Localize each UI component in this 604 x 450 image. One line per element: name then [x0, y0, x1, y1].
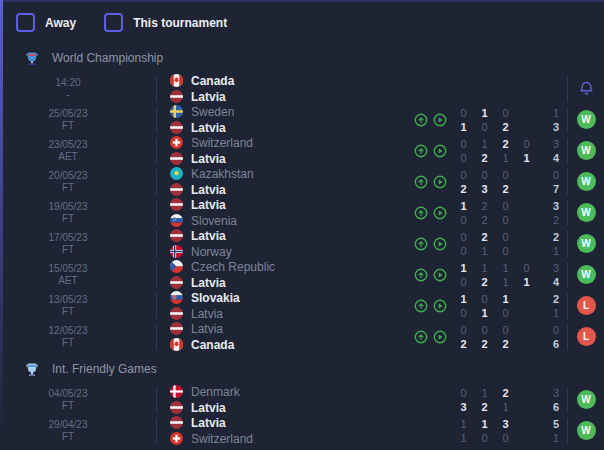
- match-row[interactable]: 15/05/23AETCzech RepublicLatvia101211013…: [0, 259, 604, 290]
- period-scores: 020202: [453, 323, 537, 351]
- away-team: Latvia: [170, 183, 401, 197]
- video-highlights-icon[interactable]: [433, 299, 447, 313]
- period-score-column: 21: [474, 230, 495, 258]
- team-name: Latvia: [191, 152, 226, 166]
- teams-column: LatviaCanada: [170, 322, 401, 352]
- period-away-score: 1: [474, 306, 495, 320]
- match-date: 23/05/23AET: [0, 139, 136, 163]
- away-team: Latvia: [170, 307, 401, 321]
- team-name: Canada: [191, 74, 234, 88]
- match-row[interactable]: 20/05/23FTKazakhstanLatvia02030207W: [0, 166, 604, 197]
- match-stats-icon[interactable]: [414, 144, 428, 158]
- this-tournament-checkbox-icon[interactable]: [104, 13, 123, 32]
- period-away-score: 3: [474, 182, 495, 196]
- match-stats-icon[interactable]: [414, 175, 428, 189]
- teams-column: LatviaSlovenia: [170, 198, 401, 228]
- match-row[interactable]: 17/05/23FTLatviaNorway00210021W: [0, 228, 604, 259]
- away-filter-label: Away: [45, 16, 76, 30]
- match-stats-icon[interactable]: [414, 299, 428, 313]
- team-name: Latvia: [191, 276, 226, 290]
- filter-this-tournament[interactable]: This tournament: [104, 13, 227, 32]
- video-highlights-icon[interactable]: [433, 206, 447, 220]
- video-highlights-icon[interactable]: [433, 237, 447, 251]
- date-divider: [156, 262, 157, 288]
- total-home-score: 5: [537, 417, 559, 431]
- video-highlights-icon[interactable]: [433, 268, 447, 282]
- filter-away[interactable]: Away: [16, 13, 76, 32]
- match-row[interactable]: 04/05/23FTDenmarkLatvia03122136W: [0, 384, 604, 415]
- period-away-score: 1: [453, 120, 474, 134]
- team-name: Canada: [191, 338, 234, 352]
- match-stats-icon[interactable]: [414, 237, 428, 251]
- total-score: 51: [537, 417, 559, 445]
- match-row[interactable]: 19/05/23FTLatviaSlovenia10220032W: [0, 197, 604, 228]
- team-name: Denmark: [191, 385, 240, 399]
- period-home-score: 0: [495, 106, 516, 120]
- period-away-score: 0: [453, 275, 474, 289]
- period-home-score: 0: [453, 323, 474, 337]
- match-row[interactable]: 23/05/23AETSwitzerlandLatvia0012210134W: [0, 135, 604, 166]
- total-away-score: 6: [537, 400, 559, 414]
- date-divider: [156, 138, 157, 164]
- total-away-score: 1: [537, 306, 559, 320]
- media-icons: [401, 299, 447, 313]
- period-home-score: 0: [516, 261, 537, 275]
- date-divider: [156, 200, 157, 226]
- period-score-column: 21: [495, 137, 516, 165]
- result-cell: W: [567, 200, 604, 226]
- period-score-column: 12: [474, 261, 495, 289]
- period-scores: 031221: [453, 386, 537, 414]
- world-championship-trophy-icon: [25, 51, 39, 66]
- team-name: Latvia: [191, 322, 223, 336]
- teams-column: DenmarkLatvia: [170, 385, 401, 415]
- total-home-score: 0: [537, 168, 559, 182]
- match-date-line: 14:20: [0, 77, 136, 89]
- match-stats-icon[interactable]: [414, 268, 428, 282]
- period-home-score: 0: [474, 292, 495, 306]
- match-row[interactable]: 13/05/23FTSlovakiaLatvia10011021L: [0, 290, 604, 321]
- video-highlights-icon[interactable]: [433, 330, 447, 344]
- period-away-score: 2: [474, 337, 495, 351]
- match-row[interactable]: 29/04/23FTLatviaSwitzerland11103051W: [0, 415, 604, 446]
- video-highlights-icon[interactable]: [433, 113, 447, 127]
- away-team: Latvia: [170, 401, 401, 415]
- period-away-score: 0: [495, 213, 516, 227]
- teams-column: SwitzerlandLatvia: [170, 136, 401, 166]
- period-home-score: 1: [453, 292, 474, 306]
- team-name: Latvia: [191, 307, 223, 321]
- match-status: FT: [0, 400, 136, 412]
- match-stats-icon[interactable]: [414, 113, 428, 127]
- match-stats-icon[interactable]: [414, 206, 428, 220]
- notification-bell-icon[interactable]: [578, 80, 595, 97]
- latvia-flag-icon: [170, 121, 183, 134]
- video-highlights-icon[interactable]: [433, 175, 447, 189]
- period-score-column: 02: [495, 106, 516, 134]
- period-away-score: 2: [453, 182, 474, 196]
- home-team: Sweden: [170, 105, 401, 119]
- team-name: Slovakia: [191, 291, 240, 305]
- teams-column: LatviaNorway: [170, 229, 401, 259]
- period-score-column: 10: [453, 199, 474, 227]
- teams-column: SwedenLatvia: [170, 105, 401, 135]
- date-divider: [156, 169, 157, 195]
- teams-column: LatviaSwitzerland: [170, 416, 401, 446]
- result-cell: W: [567, 262, 604, 288]
- match-stats-icon[interactable]: [414, 330, 428, 344]
- match-row[interactable]: 25/05/23FTSwedenLatvia01100213W: [0, 104, 604, 135]
- match-row[interactable]: 12/05/23FTLatviaCanada02020206L: [0, 321, 604, 352]
- period-score-column: 00: [453, 137, 474, 165]
- period-score-column: 02: [453, 323, 474, 351]
- period-score-column: 00: [495, 230, 516, 258]
- video-highlights-icon[interactable]: [433, 144, 447, 158]
- total-home-score: 3: [537, 199, 559, 213]
- latvia-flag-icon: [170, 401, 183, 414]
- media-icons: [401, 113, 447, 127]
- team-name: Switzerland: [191, 432, 253, 446]
- match-status: FT: [0, 337, 136, 349]
- total-home-score: 0: [537, 323, 559, 337]
- period-score-column: 02: [453, 168, 474, 196]
- period-away-score: 1: [474, 244, 495, 258]
- period-home-score: 3: [495, 417, 516, 431]
- match-row[interactable]: 14:20-CanadaLatvia: [0, 73, 604, 104]
- away-checkbox-icon[interactable]: [16, 13, 35, 32]
